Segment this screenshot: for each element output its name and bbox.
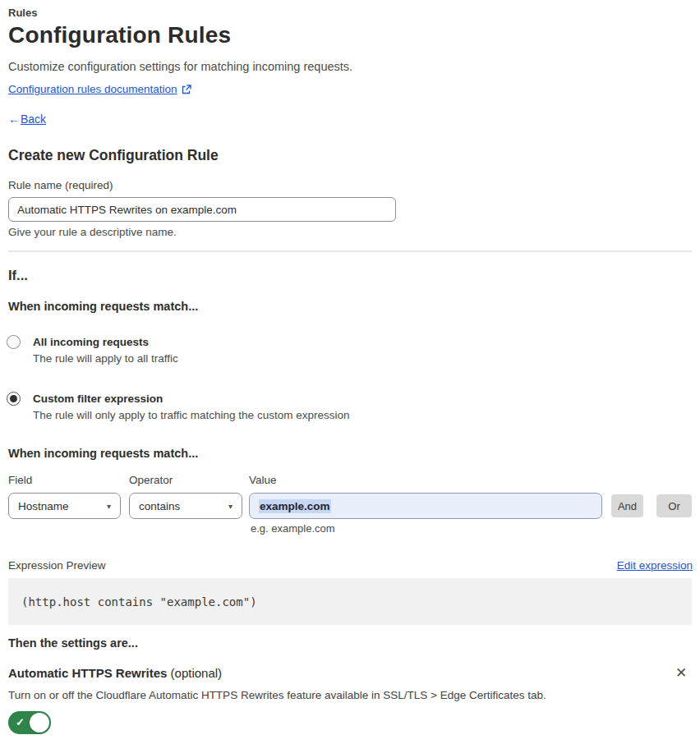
back-link[interactable]: ←Back (8, 113, 46, 126)
field-select-value: Hostname (18, 500, 69, 512)
value-input[interactable]: example.com (249, 493, 602, 519)
operator-select-value: contains (139, 500, 180, 512)
page-subtitle: Customize configuration settings for mat… (8, 60, 352, 73)
field-column-label: Field (8, 474, 32, 486)
chevron-down-icon: ▾ (228, 502, 233, 511)
radio-checked-icon[interactable] (7, 392, 21, 406)
breadcrumb: Rules (8, 7, 37, 19)
check-icon: ✓ (16, 716, 25, 728)
expression-code-block: (http.host contains "example.com") (8, 578, 692, 625)
value-input-text: example.com (259, 499, 331, 513)
or-button[interactable]: Or (656, 494, 692, 517)
page-title: Configuration Rules (8, 22, 231, 48)
section-title-create-rule: Create new Configuration Rule (8, 147, 219, 164)
setting-card-title: Automatic HTTPS Rewrites (optional) (8, 666, 222, 680)
external-link-icon (182, 85, 191, 94)
documentation-link-label[interactable]: Configuration rules documentation (8, 83, 177, 95)
chevron-down-icon: ▾ (107, 502, 111, 511)
radio-custom-filter-label[interactable]: Custom filter expression (33, 393, 163, 405)
radio-unchecked-icon[interactable] (7, 335, 21, 349)
radio-all-incoming-label[interactable]: All incoming requests (33, 336, 149, 348)
if-heading: If... (8, 268, 28, 283)
and-button[interactable]: And (611, 494, 643, 517)
close-icon[interactable]: ✕ (673, 665, 689, 682)
rule-name-help: Give your rule a descriptive name. (8, 226, 177, 238)
setting-name: Automatic HTTPS Rewrites (8, 666, 167, 680)
toggle-knob (30, 713, 49, 733)
field-select[interactable]: Hostname ▾ (8, 493, 121, 519)
rule-name-input[interactable] (8, 197, 396, 222)
documentation-link[interactable]: Configuration rules documentation (8, 83, 191, 95)
rule-name-label: Rule name (required) (8, 179, 113, 191)
edit-expression-link[interactable]: Edit expression (617, 559, 693, 572)
radio-custom-filter-expression[interactable] (7, 392, 21, 406)
builder-heading: When incoming requests match... (8, 447, 198, 460)
back-arrow-icon: ← (8, 113, 20, 126)
section-divider (8, 250, 692, 252)
setting-optional-suffix: (optional) (167, 666, 222, 680)
automatic-https-rewrites-toggle[interactable]: ✓ (8, 711, 51, 734)
then-settings-heading: Then the settings are... (8, 636, 138, 650)
radio-custom-filter-description: The rule will only apply to traffic matc… (33, 409, 349, 421)
value-hint: e.g. example.com (251, 522, 335, 535)
radio-all-incoming-requests[interactable] (7, 335, 21, 349)
match-heading: When incoming requests match... (8, 300, 198, 313)
setting-description: Turn on or off the Cloudflare Automatic … (8, 689, 546, 701)
expression-preview-label: Expression Preview (8, 559, 106, 572)
operator-select[interactable]: contains ▾ (129, 493, 242, 519)
back-link-label[interactable]: Back (21, 113, 46, 126)
operator-column-label: Operator (129, 474, 173, 486)
radio-all-incoming-description: The rule will apply to all traffic (33, 352, 178, 365)
value-column-label: Value (249, 474, 277, 486)
expression-code: (http.host contains "example.com") (21, 595, 257, 609)
